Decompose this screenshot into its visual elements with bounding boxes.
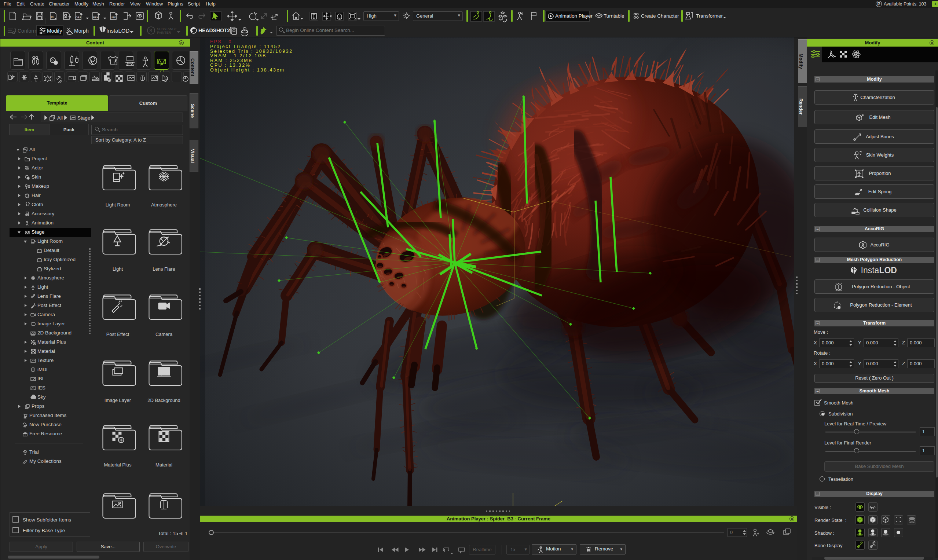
svg-text:RAM : 2523MB: RAM : 2523MB (210, 58, 253, 63)
svg-text:FBX: FBX (93, 16, 98, 19)
svg-text:Project Triangle : 11452: Project Triangle : 11452 (210, 44, 281, 49)
svg-text:Create Character: Create Character (641, 13, 679, 19)
svg-text:Morph: Morph (74, 28, 89, 34)
svg-text:S: S (149, 28, 152, 33)
svg-text:SUBSTANCE: SUBSTANCE (157, 27, 177, 31)
svg-text:Conform: Conform (18, 28, 37, 34)
svg-text:Modify: Modify (47, 28, 62, 34)
svg-text:Animation Player: Animation Player (555, 13, 593, 19)
svg-text:Object Height : 138.43cm: Object Height : 138.43cm (210, 68, 284, 72)
svg-text:USD: USD (111, 16, 116, 19)
svg-text:OBJ: OBJ (75, 16, 81, 19)
svg-text:CPU : 13.32%: CPU : 13.32% (210, 63, 251, 68)
svg-text:Transformer: Transformer (696, 13, 723, 19)
svg-text:All: All (57, 115, 63, 121)
svg-text:PAINTER: PAINTER (157, 31, 171, 34)
svg-text:Turntable: Turntable (604, 13, 624, 19)
svg-text:VRAM : 1.2/12.1GB: VRAM : 1.2/12.1GB (210, 53, 267, 58)
svg-text:InstaLOD: InstaLOD (106, 28, 130, 34)
svg-text:FPS : 0.: FPS : 0. (210, 39, 234, 45)
svg-text:Stage: Stage (77, 115, 90, 121)
svg-text:HEADSHOT2: HEADSHOT2 (198, 28, 230, 33)
svg-text:IC: IC (51, 16, 54, 18)
